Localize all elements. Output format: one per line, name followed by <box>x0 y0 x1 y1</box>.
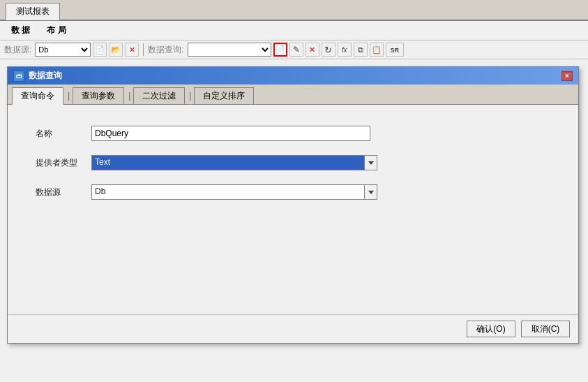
dialog-tabs: 查询命令 | 查询参数 | 二次过滤 | 自定义排序 <box>8 85 578 105</box>
tab-custom-sort[interactable]: 自定义排序 <box>194 87 254 104</box>
menu-bar: 数 据 布 局 <box>0 21 588 41</box>
provider-select-wrapper: Text <box>91 155 377 170</box>
form-row-datasource: 数据源 Db <box>36 184 550 200</box>
tab-report[interactable]: 测试报表 <box>6 3 60 20</box>
query-label: 数据查询: <box>148 44 183 56</box>
new-query-btn[interactable]: 📄 <box>273 43 287 57</box>
menu-data[interactable]: 数 据 <box>3 22 38 38</box>
dialog-content: 名称 提供者类型 Text 数据源 <box>8 105 578 314</box>
tab-separator-2: | <box>126 87 133 104</box>
data-query-dialog: 🗃 数据查询 × 查询命令 | 查询参数 | 二次过滤 | 自定义排序 名称 <box>7 66 579 344</box>
tab-separator-1: | <box>65 87 73 104</box>
new-datasource-btn[interactable] <box>93 43 107 57</box>
dialog-footer: 确认(O) 取消(C) <box>8 314 578 343</box>
title-bar: 测试报表 <box>0 0 588 21</box>
paste-btn[interactable] <box>370 43 384 57</box>
open-datasource-btn[interactable] <box>109 43 123 57</box>
dialog-icon: 🗃 <box>13 71 24 82</box>
delete-query-icon <box>309 45 315 54</box>
confirm-button[interactable]: 确认(O) <box>467 321 515 337</box>
datasource-form-label: 数据源 <box>36 186 91 198</box>
datasource-dropdown-btn[interactable] <box>365 184 377 200</box>
name-input[interactable] <box>91 126 370 141</box>
datasource-select-value[interactable]: Db <box>91 184 365 200</box>
datasource-select[interactable]: Db <box>35 43 91 57</box>
datasource-select-wrapper: Db <box>91 184 377 200</box>
main-window: 测试报表 数 据 布 局 数据源: Db 数据查询: 📄 ✎ <box>0 0 588 382</box>
provider-dropdown-btn[interactable] <box>365 155 377 170</box>
delete-query-btn[interactable] <box>306 43 319 57</box>
menu-layout[interactable]: 布 局 <box>38 22 74 38</box>
form-row-provider: 提供者类型 Text <box>36 155 550 170</box>
tab-secondary-filter[interactable]: 二次过滤 <box>133 87 185 104</box>
datasource-chevron-icon <box>368 191 374 194</box>
copy-icon <box>358 45 363 54</box>
tab-query-command[interactable]: 查询命令 <box>12 87 63 105</box>
new-icon <box>95 45 105 54</box>
query-select[interactable] <box>188 43 271 57</box>
dialog-overlay: 🗃 数据查询 × 查询命令 | 查询参数 | 二次过滤 | 自定义排序 名称 <box>0 59 588 382</box>
datasource-label: 数据源: <box>4 44 31 56</box>
toolbar-divider-1 <box>143 43 144 56</box>
cancel-button[interactable]: 取消(C) <box>521 321 570 337</box>
dialog-titlebar: 🗃 数据查询 × <box>8 67 578 85</box>
dialog-title-text: 数据查询 <box>29 70 62 82</box>
toolbar: 数据源: Db 数据查询: 📄 ✎ <box>0 41 588 59</box>
dialog-title-left: 🗃 数据查询 <box>13 70 62 82</box>
edit-query-btn[interactable]: ✎ <box>289 43 303 57</box>
name-label: 名称 <box>36 128 91 140</box>
provider-label: 提供者类型 <box>36 157 91 169</box>
paste-icon <box>372 45 382 54</box>
provider-select-value[interactable]: Text <box>91 155 365 170</box>
formula-icon <box>342 46 347 54</box>
tab-separator-3: | <box>186 87 194 104</box>
dialog-close-button[interactable]: × <box>561 71 573 81</box>
provider-chevron-icon <box>368 161 374 165</box>
form-row-name: 名称 <box>36 126 550 141</box>
sr-icon <box>390 46 399 54</box>
copy-btn[interactable] <box>354 43 368 57</box>
delete-datasource-btn[interactable] <box>125 43 139 57</box>
edit-icon: ✎ <box>293 45 300 54</box>
formula-btn[interactable] <box>338 43 352 57</box>
tab-query-params[interactable]: 查询参数 <box>73 87 124 104</box>
open-icon <box>111 45 121 54</box>
new-query-icon: 📄 <box>275 45 285 54</box>
delete-icon <box>129 45 135 54</box>
refresh-icon <box>324 45 332 55</box>
sr-btn[interactable] <box>386 43 404 57</box>
refresh-btn[interactable] <box>322 43 336 57</box>
